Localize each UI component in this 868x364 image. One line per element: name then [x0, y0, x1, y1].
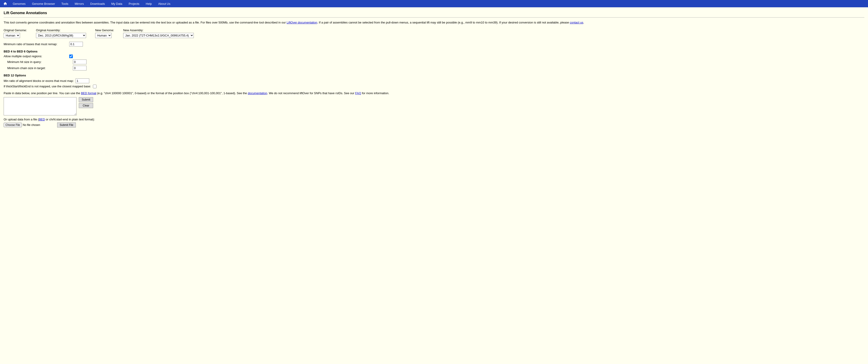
upload-row: Submit File: [4, 122, 864, 128]
page-title: Lift Genome Annotations: [4, 9, 864, 18]
new-assembly-label: New Assembly:: [123, 29, 194, 32]
nav-item-projects[interactable]: Projects: [125, 1, 143, 7]
min-hit-input[interactable]: [73, 59, 87, 64]
genome-selector-row: Original Genome: Human Original Assembly…: [4, 29, 864, 38]
paste-intro-text: Paste in data below, one position per li…: [4, 91, 847, 95]
min-chain-row: Minimum chain size in target:: [7, 66, 864, 71]
liftover-doc-link[interactable]: LiftOver documentation: [287, 21, 317, 24]
min-ratio-blocks-label: Min ratio of alignment blocks or exons t…: [4, 79, 74, 83]
nav-item-mirrors[interactable]: Mirrors: [71, 1, 87, 7]
submit-button[interactable]: Submit: [79, 97, 93, 102]
nav-item-tools[interactable]: Tools: [58, 1, 71, 7]
textarea-section: Submit Clear: [4, 97, 864, 115]
data-textarea[interactable]: [4, 97, 76, 115]
original-assembly-col: Original Assembly: Dec. 2013 (GRCh38/hg3…: [36, 29, 86, 38]
original-assembly-label: Original Assembly:: [36, 29, 86, 32]
nav-item-downloads[interactable]: Downloads: [87, 1, 108, 7]
new-genome-label: New Genome:: [95, 29, 114, 32]
bed12-title: BED 12 Options: [4, 74, 864, 77]
min-ratio-label: Minimum ratio of bases that must remap:: [4, 43, 67, 46]
original-genome-select[interactable]: Human: [4, 33, 20, 38]
nav-item-genomes[interactable]: Genomes: [9, 1, 29, 7]
allow-multiple-checkbox[interactable]: [69, 55, 73, 58]
main-content: Lift Genome Annotations This tool conver…: [0, 7, 868, 364]
original-assembly-select[interactable]: Dec. 2013 (GRCh38/hg38): [36, 33, 86, 38]
faq-link[interactable]: FAQ: [355, 91, 361, 95]
bed4to6-title: BED 4 to BED 6 Options: [4, 50, 864, 53]
new-genome-col: New Genome: Human: [95, 29, 114, 38]
min-chain-input[interactable]: [73, 66, 87, 71]
upload-text: Or upload data from a file (BED or chrN:…: [4, 118, 864, 121]
new-genome-select[interactable]: Human: [95, 33, 112, 38]
contact-us-link[interactable]: contact us: [570, 21, 583, 24]
nav-item-help[interactable]: Help: [143, 1, 155, 7]
thick-row: If thickStart/thickEnd is not mapped, us…: [4, 85, 864, 88]
bed-format-link[interactable]: BED format: [81, 91, 96, 95]
nav-item-my-data[interactable]: My Data: [108, 1, 125, 7]
original-genome-label: Original Genome:: [4, 29, 27, 32]
min-ratio-blocks-input[interactable]: [75, 79, 89, 83]
min-hit-row: Minimum hit size in query:: [7, 59, 864, 64]
home-button[interactable]: [1, 1, 9, 7]
min-ratio-input[interactable]: [69, 42, 83, 47]
new-assembly-col: New Assembly: Jan. 2022 (T2T-CHM13v2.0/G…: [123, 29, 194, 38]
bed-upload-link[interactable]: BED: [39, 118, 45, 121]
min-ratio-blocks-row: Min ratio of alignment blocks or exons t…: [4, 79, 864, 83]
nav-item-about-us[interactable]: About Us: [155, 1, 174, 7]
min-ratio-row: Minimum ratio of bases that must remap:: [4, 42, 864, 47]
submit-clear-col: Submit Clear: [79, 97, 93, 108]
allow-multiple-label: Allow multiple output regions:: [4, 55, 67, 58]
documentation-link[interactable]: documentation: [248, 91, 267, 95]
min-chain-label: Minimum chain size in target:: [7, 66, 71, 70]
new-assembly-select[interactable]: Jan. 2022 (T2T-CHM13v2.0/GCA_009914755.4…: [123, 33, 194, 38]
allow-multiple-row: Allow multiple output regions:: [4, 55, 864, 58]
min-hit-label: Minimum hit size in query:: [7, 60, 71, 64]
submit-file-button[interactable]: Submit File: [57, 122, 76, 128]
file-input[interactable]: [4, 123, 55, 127]
clear-button[interactable]: Clear: [79, 103, 93, 108]
original-genome-col: Original Genome: Human: [4, 29, 27, 38]
nav-item-genome-browser[interactable]: Genome Browser: [29, 1, 58, 7]
home-icon: [3, 2, 7, 6]
main-nav: Genomes Genome Browser Tools Mirrors Dow…: [0, 0, 868, 7]
intro-paragraph: This tool converts genome coordinates an…: [4, 20, 847, 25]
thick-label: If thickStart/thickEnd is not mapped, us…: [4, 85, 91, 88]
thick-checkbox[interactable]: [93, 85, 97, 88]
